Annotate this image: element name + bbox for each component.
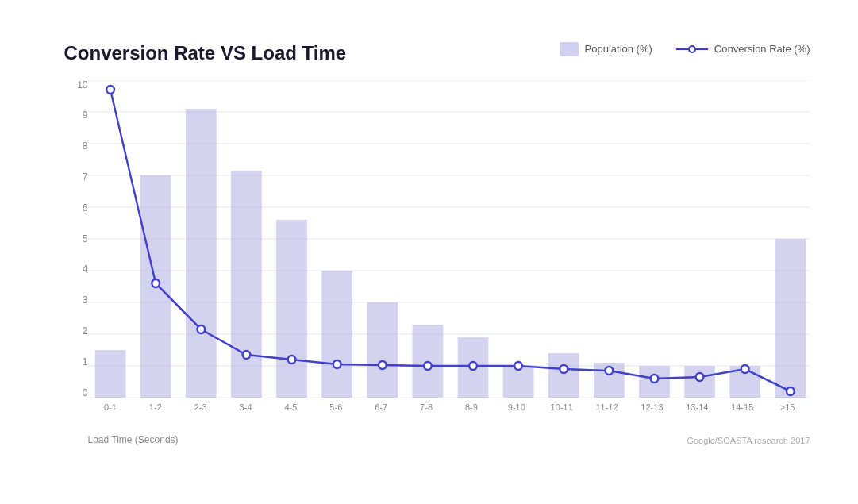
x-label-11-12: 11-12 [584, 398, 629, 421]
x-label-7-8: 7-8 [404, 398, 449, 421]
y-label-3: 3 [83, 295, 88, 305]
y-label-7: 7 [83, 172, 88, 182]
legend-conversion: Conversion Rate (%) [676, 42, 810, 56]
legend: Population (%) Conversion Rate (%) [560, 42, 810, 56]
dot-12-13 [650, 375, 658, 383]
y-label-4: 4 [83, 264, 88, 274]
x-label-8-9: 8-9 [449, 398, 494, 421]
dot-0-1 [106, 86, 114, 94]
x-label-9-10: 9-10 [494, 398, 539, 421]
x-label-4-5: 4-5 [268, 398, 314, 421]
dot-6-7 [378, 361, 386, 369]
bar-3-4 [231, 171, 262, 398]
dot-3-4 [242, 351, 250, 359]
dot-2-3 [197, 325, 205, 333]
bar-6-7 [367, 302, 398, 398]
x-label-0-1: 0-1 [88, 398, 133, 421]
legend-line-icon [676, 42, 708, 56]
dot-7-8 [424, 362, 432, 370]
dot-9-10 [514, 362, 522, 370]
x-label-3-4: 3-4 [223, 398, 268, 421]
bar-2-3 [185, 109, 216, 398]
y-label-0: 0 [83, 388, 88, 398]
x-label-12-13: 12-13 [629, 398, 675, 421]
bar-5-6 [321, 271, 352, 398]
legend-population-label: Population (%) [585, 43, 652, 55]
chart-container: Conversion Rate VS Load Time Population … [17, 18, 842, 487]
bar-10-11 [548, 353, 579, 398]
x-label-5-6: 5-6 [314, 398, 359, 421]
y-label-8: 8 [83, 141, 88, 151]
bar-4-5 [276, 220, 307, 398]
legend-conversion-label: Conversion Rate (%) [714, 43, 810, 55]
x-label-14-15: 14-15 [720, 398, 765, 421]
y-axis: 0 1 2 3 4 5 6 7 8 9 10 [64, 80, 88, 398]
svg-point-1 [689, 46, 695, 52]
dot-10-11 [560, 365, 568, 373]
dot-5-6 [333, 360, 341, 368]
dot-gt15 [786, 387, 794, 395]
y-label-10: 10 [77, 80, 87, 90]
x-label-13-14: 13-14 [675, 398, 720, 421]
x-label-gt15: >15 [765, 398, 810, 421]
bar-0-1 [94, 350, 125, 398]
dot-13-14 [695, 373, 703, 381]
y-label-2: 2 [83, 326, 88, 336]
x-axis-labels: 0-1 1-2 2-3 3-4 4-5 5-6 6-7 7-8 8-9 9-10… [88, 398, 810, 421]
legend-bar-icon [560, 42, 579, 56]
source-text: Google/SOASTA research 2017 [687, 436, 810, 445]
y-label-6: 6 [83, 203, 88, 213]
dot-4-5 [287, 356, 295, 364]
x-label-6-7: 6-7 [359, 398, 404, 421]
dot-1-2 [152, 279, 160, 287]
main-chart-svg [88, 80, 810, 398]
y-label-1: 1 [83, 357, 88, 367]
x-label-10-11: 10-11 [539, 398, 584, 421]
x-axis-title: Load Time (Seconds) [88, 434, 179, 445]
x-label-1-2: 1-2 [133, 398, 178, 421]
dot-14-15 [741, 365, 748, 373]
bar-gt15 [775, 239, 806, 398]
dot-11-12 [605, 367, 613, 375]
legend-population: Population (%) [560, 42, 652, 56]
dot-8-9 [469, 362, 477, 370]
y-label-9: 9 [83, 110, 88, 120]
y-label-5: 5 [83, 234, 88, 244]
grid-and-bars [88, 80, 810, 398]
x-label-2-3: 2-3 [178, 398, 223, 421]
chart-area: 0 1 2 3 4 5 6 7 8 9 10 [64, 80, 810, 421]
